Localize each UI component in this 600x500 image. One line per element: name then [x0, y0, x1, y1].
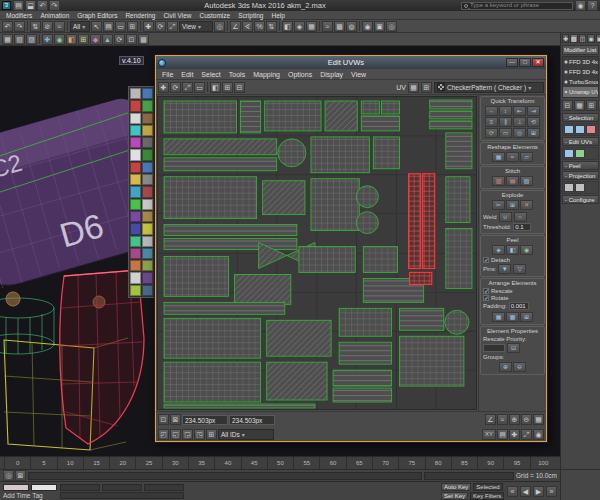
- macro-icon-34[interactable]: [142, 285, 153, 296]
- menu-civil-view[interactable]: Civil View: [159, 12, 195, 19]
- align-element-button[interactable]: ⊞: [527, 128, 540, 138]
- uvw-menu-file[interactable]: File: [158, 71, 177, 78]
- rollout-selection[interactable]: - Selection: [562, 113, 599, 122]
- macro-icon-19[interactable]: [130, 199, 141, 210]
- selection-filter-dropdown[interactable]: All▾: [70, 21, 90, 32]
- rollout-edit-uvs-button-1[interactable]: [564, 149, 574, 158]
- timeline-tick-0[interactable]: 0: [4, 457, 30, 469]
- material-editor-icon[interactable]: ◍: [346, 21, 357, 32]
- uv-layout[interactable]: [158, 97, 476, 409]
- timeline-tick-70[interactable]: 70: [372, 457, 398, 469]
- percent-snap-icon[interactable]: %: [254, 21, 265, 32]
- modifier-list-dropdown[interactable]: Modifier List: [562, 45, 599, 55]
- make-unique-icon[interactable]: ⊞: [586, 100, 597, 111]
- populate-icon[interactable]: ◉: [54, 34, 65, 45]
- isolate-selection-icon[interactable]: ◎: [3, 470, 14, 481]
- rollout-projection[interactable]: - Projection: [562, 171, 599, 180]
- graphite-icon[interactable]: ▦: [2, 34, 13, 45]
- select-by-element-icon[interactable]: ⊞: [206, 429, 217, 440]
- pack-normalize-button[interactable]: ▦: [492, 312, 505, 322]
- modifier-enable-icon[interactable]: [564, 80, 568, 84]
- timeline-tick-60[interactable]: 60: [319, 457, 345, 469]
- macro-icon-6[interactable]: [142, 113, 153, 124]
- macro-icon-32[interactable]: [142, 272, 153, 283]
- macro-icon-13[interactable]: [130, 162, 141, 173]
- rotate-90-ccw-button[interactable]: ⟲: [527, 117, 540, 127]
- weld-selected-button[interactable]: ∪: [499, 212, 512, 222]
- threshold-field[interactable]: 0.1: [513, 223, 531, 231]
- straighten-selection-button[interactable]: ▦: [492, 152, 505, 162]
- uvw-menu-view[interactable]: View: [347, 71, 370, 78]
- scale-icon[interactable]: ⤢: [167, 21, 178, 32]
- move-icon[interactable]: ✚: [143, 21, 154, 32]
- checker-pattern-dropdown[interactable]: CheckerPattern ( Checker ) ▾: [434, 82, 544, 93]
- quick-peel-button[interactable]: ◈: [492, 245, 505, 255]
- macro-icon-18[interactable]: [142, 186, 153, 197]
- modify-tab[interactable]: ▧: [570, 34, 578, 43]
- select-link-icon[interactable]: ⇅: [30, 21, 41, 32]
- material-id-dropdown[interactable]: All IDs ▾: [218, 429, 274, 440]
- coord-x-field[interactable]: [60, 484, 100, 491]
- timeline-tick-5[interactable]: 5: [30, 457, 56, 469]
- uv-filter-icon[interactable]: ▤: [497, 429, 508, 440]
- coord-z-field[interactable]: [144, 484, 184, 491]
- toolbar2-icon-6[interactable]: ⊡: [126, 34, 137, 45]
- uv-paint-icon[interactable]: ◉: [533, 429, 544, 440]
- uv-zoom-region-icon[interactable]: ⤢: [521, 429, 532, 440]
- uv-snap-toggle-icon[interactable]: ⊞: [421, 82, 432, 93]
- spinner-snap-icon[interactable]: ⇅: [266, 21, 277, 32]
- timeline-tick-20[interactable]: 20: [109, 457, 135, 469]
- rescale-checkbox[interactable]: ✓: [483, 288, 489, 294]
- macro-script-toolbar[interactable]: [128, 86, 155, 298]
- relax-tool-button[interactable]: ≈: [506, 152, 519, 162]
- peel-mode-button[interactable]: ◧: [506, 245, 519, 255]
- macro-icon-21[interactable]: [130, 211, 141, 222]
- object-paint-icon[interactable]: ✚: [42, 34, 53, 45]
- uv-zoom-in-icon[interactable]: ⊕: [509, 414, 520, 425]
- uv-grid-icon[interactable]: ▦: [533, 414, 544, 425]
- macro-icon-20[interactable]: [142, 199, 153, 210]
- go-start-icon[interactable]: «: [507, 486, 518, 497]
- timeline-tick-85[interactable]: 85: [451, 457, 477, 469]
- help-icon[interactable]: ?: [587, 0, 598, 11]
- menu-graph-editors[interactable]: Graph Editors: [73, 12, 121, 19]
- dialog-close-button[interactable]: ✕: [532, 58, 544, 67]
- break-button[interactable]: ✂: [492, 200, 505, 210]
- redo-quick-icon[interactable]: ↷: [49, 0, 60, 11]
- menu-rendering[interactable]: Rendering: [121, 12, 159, 19]
- stack-item-turbosmooth[interactable]: TurboSmooth: [563, 77, 598, 87]
- face-mode-icon[interactable]: ◲: [182, 429, 193, 440]
- undo-quick-icon[interactable]: ↶: [37, 0, 48, 11]
- align-horizontal-button[interactable]: ↔: [485, 106, 498, 116]
- uv-axis-toggle-button[interactable]: XY: [482, 429, 496, 440]
- element-mode-icon[interactable]: ◳: [194, 429, 205, 440]
- uv-freeform-icon[interactable]: ▭: [194, 82, 205, 93]
- select-by-name-icon[interactable]: ▤: [103, 21, 114, 32]
- macro-icon-8[interactable]: [142, 125, 153, 136]
- toolbar2-icon-1[interactable]: ◧: [66, 34, 77, 45]
- selected-dropdown[interactable]: Selected: [473, 483, 502, 491]
- snap-toggle-icon[interactable]: ∠: [230, 21, 241, 32]
- mirror-icon[interactable]: ◧: [282, 21, 293, 32]
- detach-checkbox[interactable]: ✓: [483, 257, 489, 263]
- undo-icon[interactable]: ↶: [2, 21, 13, 32]
- toolbar2-icon-5[interactable]: ⟳: [114, 34, 125, 45]
- rescale-priority-field[interactable]: [483, 344, 505, 352]
- timeline-tick-100[interactable]: 100: [530, 457, 556, 469]
- padding-field[interactable]: 0.001: [509, 302, 529, 310]
- linear-align-button[interactable]: ≡: [485, 117, 498, 127]
- dialog-minimize-button[interactable]: —: [506, 58, 518, 67]
- angle-snap-icon[interactable]: ∢: [242, 21, 253, 32]
- uv-scale-icon[interactable]: ⤢: [182, 82, 193, 93]
- uvw-menu-options[interactable]: Options: [284, 71, 316, 78]
- macro-icon-4[interactable]: [142, 100, 153, 111]
- play-icon[interactable]: ▶: [533, 486, 544, 497]
- rollout-projection-button-1[interactable]: [564, 183, 574, 192]
- pack-full-button[interactable]: ⊞: [520, 312, 533, 322]
- macro-icon-5[interactable]: [130, 113, 141, 124]
- timeline-tick-95[interactable]: 95: [503, 457, 529, 469]
- toolbar2-icon-7[interactable]: ▩: [138, 34, 149, 45]
- hierarchy-tab[interactable]: ◫: [579, 34, 587, 43]
- macro-icon-17[interactable]: [130, 186, 141, 197]
- macro-icon-15[interactable]: [130, 174, 141, 185]
